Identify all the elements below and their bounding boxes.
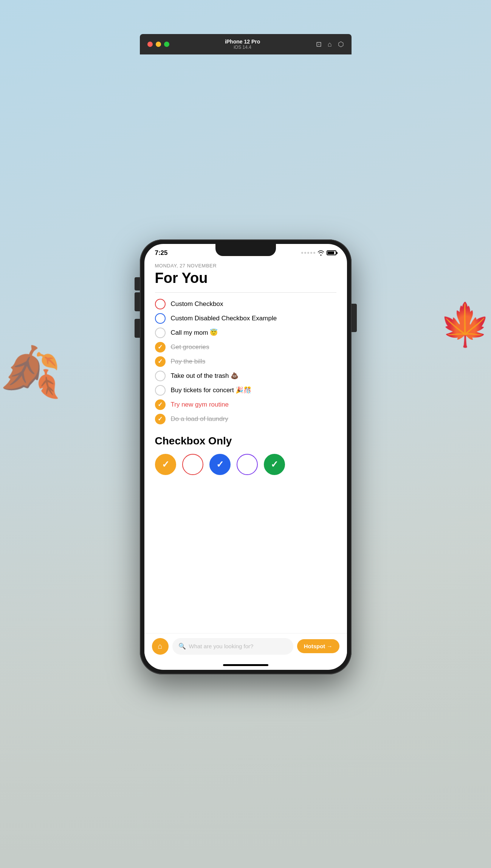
home-bar xyxy=(223,664,268,666)
phone-frame: 7:25 xyxy=(140,239,352,674)
screenshot-icon[interactable]: ⊡ xyxy=(316,40,322,48)
home-mac-icon[interactable]: ⌂ xyxy=(328,40,332,48)
mac-titlebar: iPhone 12 Pro iOS 14.4 ⊡ ⌂ ⬡ xyxy=(140,34,352,54)
checkmark-8: ✓ xyxy=(158,401,163,408)
item-text-5: Pay the bills xyxy=(171,358,206,365)
list-item: ✓ Get groceries xyxy=(155,342,336,352)
hotspot-button[interactable]: Hotspot → xyxy=(297,639,339,653)
item-text-2: Custom Disabled Checkbox Example xyxy=(171,315,277,322)
checkmark-large-5: ✓ xyxy=(271,459,278,470)
cb-large-1[interactable]: ✓ xyxy=(155,454,176,475)
checkbox-8[interactable]: ✓ xyxy=(155,399,166,410)
home-icon: ⌂ xyxy=(158,642,162,651)
list-item: Call my mom 😇 xyxy=(155,328,336,338)
item-text-7: Buy tickets for concert 🎉🎊 xyxy=(171,386,252,394)
mac-device-title: iPhone 12 Pro xyxy=(169,39,316,45)
silent-switch[interactable] xyxy=(135,277,140,290)
checkbox-7[interactable] xyxy=(155,385,166,396)
signal-icon xyxy=(301,252,315,254)
item-text-3: Call my mom 😇 xyxy=(171,329,218,337)
spacer xyxy=(155,490,336,536)
main-content[interactable]: MONDAY, 27 NOVEMBER For You Custom Check… xyxy=(144,260,347,633)
notch xyxy=(215,244,276,256)
search-placeholder: What are you looking for? xyxy=(189,643,254,649)
list-item: Custom Disabled Checkbox Example xyxy=(155,313,336,324)
checklist: Custom Checkbox Custom Disabled Checkbox… xyxy=(155,299,336,424)
list-item: ✓ Try new gym routine xyxy=(155,399,336,410)
mac-close-button[interactable] xyxy=(147,42,153,47)
phone-container: 7:25 xyxy=(140,239,352,674)
list-item: Buy tickets for concert 🎉🎊 xyxy=(155,385,336,396)
leaves-right: 🍁 xyxy=(415,304,491,345)
cb-large-2[interactable] xyxy=(182,454,203,475)
list-item: Take out of the trash 💩 xyxy=(155,371,336,381)
item-text-6: Take out of the trash 💩 xyxy=(171,372,239,380)
checkbox-9[interactable]: ✓ xyxy=(155,414,166,424)
home-button[interactable]: ⌂ xyxy=(152,638,169,655)
checkbox-only-row: ✓ ✓ ✓ xyxy=(155,454,336,475)
cb-large-5[interactable]: ✓ xyxy=(264,454,285,475)
mac-fullscreen-button[interactable] xyxy=(164,42,169,47)
status-time: 7:25 xyxy=(155,249,168,257)
home-indicator xyxy=(144,661,347,670)
checkmark-9: ✓ xyxy=(158,415,163,422)
search-icon: 🔍 xyxy=(178,643,186,650)
checkmark-large-3: ✓ xyxy=(216,459,224,470)
rotate-icon[interactable]: ⬡ xyxy=(338,40,344,48)
bottom-nav: ⌂ 🔍 What are you looking for? Hotspot → xyxy=(144,633,347,661)
checkbox-6[interactable] xyxy=(155,371,166,381)
list-item: Custom Checkbox xyxy=(155,299,336,309)
battery-icon xyxy=(327,250,336,255)
checkmark-4: ✓ xyxy=(158,343,163,351)
volume-down-button[interactable] xyxy=(135,319,140,338)
item-text-8: Try new gym routine xyxy=(171,401,229,408)
mac-window-controls xyxy=(147,42,169,47)
power-button[interactable] xyxy=(352,304,357,332)
checkmark-5: ✓ xyxy=(158,358,163,365)
mac-device-subtitle: iOS 14.4 xyxy=(169,45,316,50)
item-text-1: Custom Checkbox xyxy=(171,300,223,308)
cb-large-4[interactable] xyxy=(237,454,258,475)
checkbox-3[interactable] xyxy=(155,328,166,338)
divider xyxy=(155,292,336,293)
status-icons xyxy=(301,250,336,256)
checkmark-large-1: ✓ xyxy=(162,459,169,470)
leaves-left: 🍂 xyxy=(0,347,76,396)
checkbox-1[interactable] xyxy=(155,299,166,309)
section-title-checkbox-only: Checkbox Only xyxy=(155,435,336,447)
date-label: MONDAY, 27 NOVEMBER xyxy=(155,263,336,269)
wifi-icon xyxy=(318,250,324,256)
search-bar[interactable]: 🔍 What are you looking for? xyxy=(172,638,293,655)
list-item: ✓ Pay the bills xyxy=(155,356,336,367)
mac-minimize-button[interactable] xyxy=(156,42,161,47)
cb-large-3[interactable]: ✓ xyxy=(209,454,231,475)
phone-screen: 7:25 xyxy=(144,244,347,670)
checkbox-2[interactable] xyxy=(155,313,166,324)
list-item: ✓ Do a load of laundry xyxy=(155,414,336,424)
mac-toolbar-icons: ⊡ ⌂ ⬡ xyxy=(316,40,344,48)
page-title: For You xyxy=(155,270,336,286)
checkbox-4[interactable]: ✓ xyxy=(155,342,166,352)
volume-up-button[interactable] xyxy=(135,292,140,311)
item-text-9: Do a load of laundry xyxy=(171,415,228,423)
item-text-4: Get groceries xyxy=(171,343,209,351)
mac-title-block: iPhone 12 Pro iOS 14.4 xyxy=(169,39,316,50)
checkbox-5[interactable]: ✓ xyxy=(155,356,166,367)
